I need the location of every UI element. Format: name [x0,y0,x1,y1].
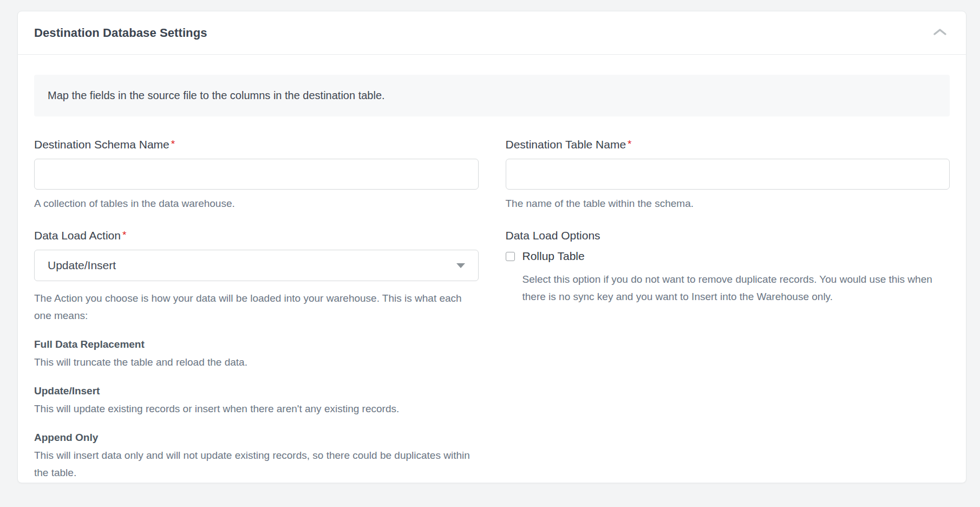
table-name-input[interactable] [506,159,950,190]
schema-name-input[interactable] [34,159,479,190]
form-grid: Destination Schema Name* A collection of… [18,116,966,482]
option-desc: This will update existing records or ins… [34,400,478,418]
required-asterisk: * [628,138,631,150]
table-name-help: The name of the table within the schema. [506,198,950,210]
destination-database-settings-panel: Destination Database Settings Map the fi… [17,11,966,483]
option-desc: This will truncate the table and reload … [34,354,478,371]
selected-option: Update/Insert [48,259,116,272]
rollup-table-label[interactable]: Rollup Table [522,250,585,263]
data-load-action-description: The Action you choose is how your data w… [34,290,479,324]
option-help-full-data-replacement: Full Data Replacement This will truncate… [34,339,479,371]
option-desc: This will insert data only and will not … [34,447,478,482]
panel-title: Destination Database Settings [34,26,207,40]
rollup-table-checkbox[interactable] [506,252,515,261]
left-column: Destination Schema Name* A collection of… [34,138,479,482]
rollup-table-option: Rollup Table [506,250,950,263]
chevron-up-icon [932,27,948,38]
option-term: Full Data Replacement [34,339,479,350]
option-term: Append Only [34,432,479,444]
option-term: Update/Insert [34,385,479,397]
rollup-table-help: Select this option if you do not want to… [506,271,950,306]
required-asterisk: * [171,138,175,150]
data-load-action-label: Data Load Action* [34,229,479,242]
collapse-panel-button[interactable] [930,25,950,41]
panel-header: Destination Database Settings [18,11,966,55]
info-banner: Map the fields in the source file to the… [34,75,950,116]
data-load-options-label: Data Load Options [506,229,950,242]
option-help-append-only: Append Only This will insert data only a… [34,432,479,482]
data-load-action-select[interactable]: Update/Insert [34,250,479,281]
required-asterisk: * [122,229,126,240]
chevron-down-icon [456,263,465,268]
right-column: Destination Table Name* The name of the … [506,138,950,482]
option-help-update-insert: Update/Insert This will update existing … [34,385,479,418]
table-name-label: Destination Table Name* [506,138,950,151]
schema-name-help: A collection of tables in the data wareh… [34,198,479,210]
schema-name-label: Destination Schema Name* [34,138,479,151]
